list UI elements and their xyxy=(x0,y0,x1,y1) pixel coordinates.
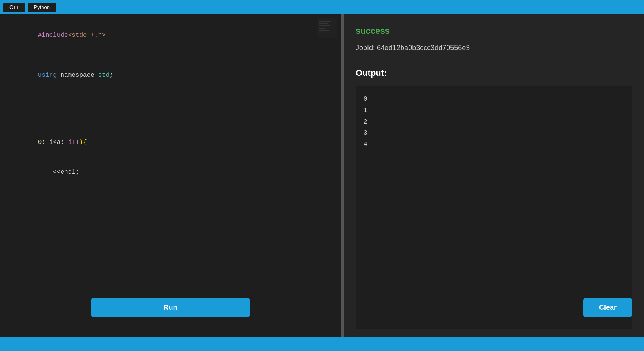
job-id-text: JobId: 64ed12ba0b3ccc3dd70556e3 xyxy=(356,44,632,52)
code-area[interactable]: #include<stdc++.h> using namespace std; … xyxy=(0,14,341,337)
code-line-blank2 xyxy=(8,91,333,101)
job-id-value: 64ed12ba0b3ccc3dd70556e3 xyxy=(377,44,470,52)
clear-button[interactable]: Clear xyxy=(583,298,632,317)
tab-cpp[interactable]: C++ xyxy=(3,3,25,12)
code-line-blank1 xyxy=(8,51,333,61)
output-line-3: 3 xyxy=(364,127,624,139)
tab-python[interactable]: Python xyxy=(28,3,56,12)
output-label: Output: xyxy=(356,68,632,78)
output-line-4: 4 xyxy=(364,139,624,150)
output-box: 0 1 2 3 4 xyxy=(356,86,632,329)
main-content: #include<stdc++.h> using namespace std; … xyxy=(0,14,644,337)
panel-divider xyxy=(341,14,344,337)
output-line-0: 0 xyxy=(364,94,624,105)
job-id-label: JobId: xyxy=(356,44,377,52)
code-line-cout: <<endl; xyxy=(8,158,333,188)
editor-panel: #include<stdc++.h> using namespace std; … xyxy=(0,14,341,337)
status-text: success xyxy=(356,26,632,36)
code-line-using: using namespace std; xyxy=(8,60,333,91)
code-line-for: 0; i<a; i++){ xyxy=(8,127,333,158)
code-line-include: #include<stdc++.h> xyxy=(8,20,333,51)
output-line-2: 2 xyxy=(364,116,624,128)
top-bar: C++ Python xyxy=(0,0,644,14)
code-line-blank4 xyxy=(8,111,333,121)
output-line-1: 1 xyxy=(364,105,624,116)
minimap xyxy=(317,18,337,38)
output-panel: success JobId: 64ed12ba0b3ccc3dd70556e3 … xyxy=(344,14,644,337)
code-line-blank3 xyxy=(8,101,333,111)
code-divider xyxy=(8,124,313,124)
run-button[interactable]: Run xyxy=(91,298,250,317)
bottom-bar xyxy=(0,337,644,351)
